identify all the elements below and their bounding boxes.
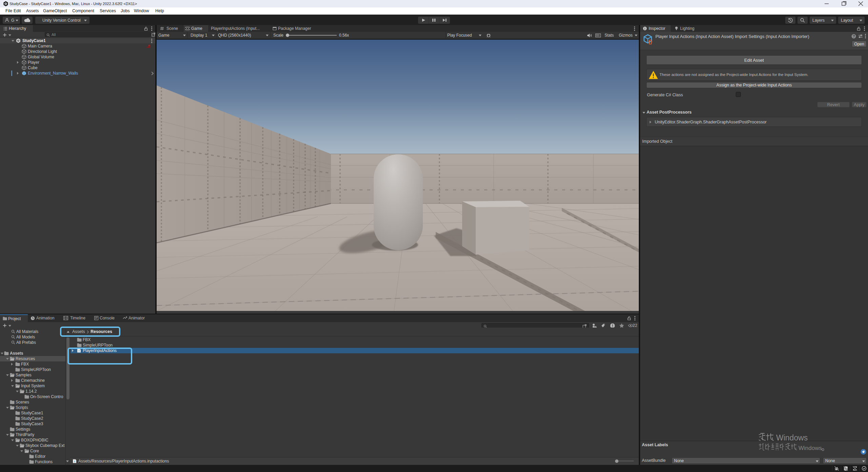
svg-text:Windows: Windows xyxy=(776,433,808,442)
svg-text:?: ? xyxy=(853,34,855,38)
svg-text:Windows: Windows xyxy=(798,445,822,451)
svg-text:{}: {} xyxy=(648,39,652,44)
